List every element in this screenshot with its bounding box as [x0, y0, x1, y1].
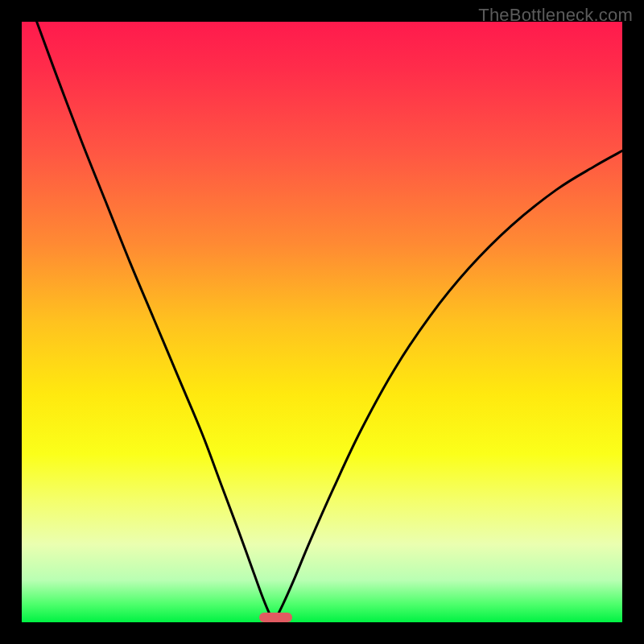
plot-area — [22, 22, 622, 622]
bottleneck-marker — [259, 613, 292, 622]
left-curve — [37, 22, 275, 622]
right-curve — [274, 151, 622, 622]
bottleneck-curves — [22, 22, 622, 622]
chart-frame: TheBottleneck.com — [0, 0, 644, 644]
watermark-text: TheBottleneck.com — [478, 5, 633, 26]
